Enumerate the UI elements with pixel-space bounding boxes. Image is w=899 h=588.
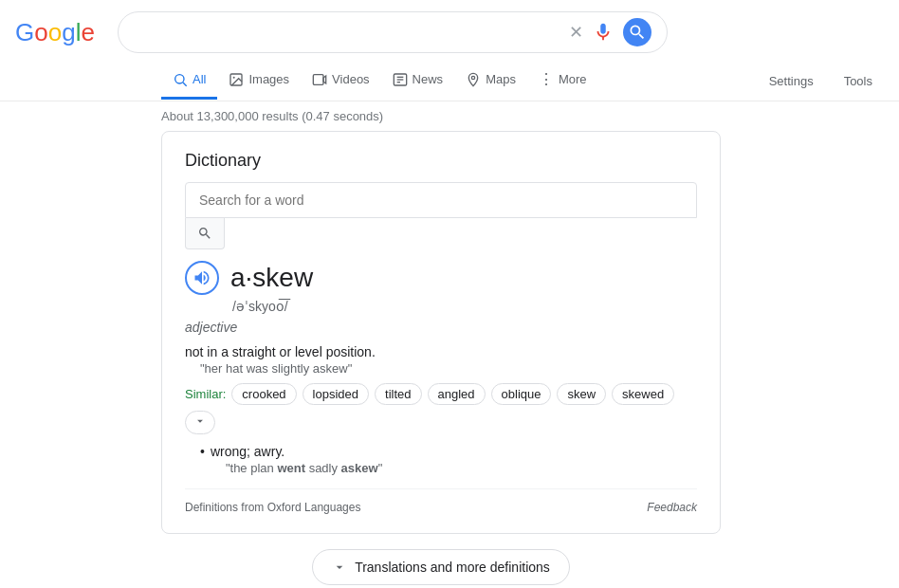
logo-o2: o — [48, 18, 62, 47]
speaker-circle — [185, 261, 219, 295]
logo-o1: o — [34, 18, 47, 47]
news-icon — [393, 72, 408, 87]
dictionary-search-wrap — [185, 182, 697, 249]
nav-item-more[interactable]: ⋮ More — [527, 61, 598, 101]
search-icons: ✕ — [569, 18, 651, 46]
search-button[interactable] — [623, 18, 651, 46]
nav-news-label: News — [413, 72, 444, 86]
svg-rect-4 — [313, 74, 323, 84]
expand-similar-button[interactable] — [185, 411, 215, 434]
def-main-text-2: wrong; awry. — [211, 444, 284, 459]
bold-went: went — [277, 461, 305, 475]
def-text-2: wrong; awry. — [211, 444, 382, 459]
chevron-down-translations-icon — [332, 560, 347, 575]
feedback-link[interactable]: Feedback — [647, 501, 697, 514]
nav-item-all[interactable]: All — [161, 63, 217, 100]
similar-tag-angled[interactable]: angled — [428, 383, 486, 405]
dictionary-footer: Definitions from Oxford Languages Feedba… — [185, 488, 697, 514]
bullet-dot: • — [200, 444, 205, 459]
dictionary-search-button[interactable] — [185, 218, 225, 249]
results-info: About 13,300,000 results (0.47 seconds) — [0, 101, 899, 131]
nav-item-maps[interactable]: Maps — [454, 63, 527, 100]
bullet-item-2: • wrong; awry. "the plan went sadly aske… — [200, 444, 697, 475]
svg-point-3 — [233, 76, 235, 78]
clear-icon[interactable]: ✕ — [569, 22, 583, 43]
word-text: a·skew — [230, 263, 313, 293]
nav-item-images[interactable]: Images — [217, 63, 301, 100]
more-dots-icon: ⋮ — [539, 70, 554, 88]
header: Google askew ✕ — [0, 0, 899, 53]
nav-bar: All Images Videos News Maps ⋮ More Setti… — [0, 57, 899, 101]
nav-videos-label: Videos — [332, 72, 370, 86]
definition-2: • wrong; awry. "the plan went sadly aske… — [185, 444, 697, 475]
search-lens-icon — [628, 23, 647, 42]
phonetic: /əˈskyoo͞/ — [232, 299, 697, 314]
logo-g: G — [15, 18, 34, 47]
mic-icon[interactable] — [593, 22, 614, 43]
logo-e: e — [81, 18, 94, 47]
tools-button[interactable]: Tools — [833, 66, 884, 96]
def-example-1: "her hat was slightly askew" — [200, 361, 697, 376]
logo-g2: g — [62, 18, 75, 47]
nav-maps-label: Maps — [486, 72, 516, 86]
translations-wrap: Translations and more definitions — [161, 549, 721, 585]
dictionary-search-input[interactable] — [185, 182, 697, 218]
dict-search-icon — [197, 226, 212, 241]
def-main-text-1: not in a straight or level position. — [185, 344, 376, 359]
def-item-1: not in a straight or level position. "he… — [185, 344, 697, 376]
svg-point-10 — [471, 76, 474, 79]
similar-tag-tilted[interactable]: tilted — [375, 383, 421, 405]
speaker-button[interactable] — [185, 261, 219, 295]
svg-marker-5 — [323, 76, 326, 83]
bold-askew: askew — [341, 461, 378, 475]
nav-all-label: All — [193, 72, 206, 86]
search-input[interactable]: askew — [134, 24, 561, 41]
svg-point-0 — [175, 74, 184, 83]
source-text: Definitions from Oxford Languages — [185, 501, 360, 514]
similar-tag-lopsided[interactable]: lopsided — [303, 383, 369, 405]
word-header: a·skew — [185, 261, 697, 295]
definition-1: not in a straight or level position. "he… — [185, 344, 697, 434]
dictionary-card: Dictionary a·skew /əˈskyoo͞/ adjective — [161, 131, 721, 534]
maps-icon — [466, 72, 481, 87]
dictionary-title: Dictionary — [185, 151, 697, 171]
similar-row: Similar: crooked lopsided tilted angled … — [185, 383, 697, 434]
main-content: Dictionary a·skew /əˈskyoo͞/ adjective — [0, 131, 899, 588]
similar-tag-crooked[interactable]: crooked — [231, 383, 296, 405]
similar-tag-oblique[interactable]: oblique — [491, 383, 552, 405]
def-example-2: "the plan went sadly askew" — [226, 461, 382, 475]
all-icon — [173, 72, 188, 87]
similar-tag-skewed[interactable]: skewed — [612, 383, 674, 405]
nav-item-videos[interactable]: Videos — [301, 63, 381, 100]
similar-tag-skew[interactable]: skew — [557, 383, 606, 405]
translations-label: Translations and more definitions — [355, 560, 550, 575]
results-count: About 13,300,000 results (0.47 seconds) — [161, 109, 383, 123]
images-icon — [229, 72, 244, 87]
part-of-speech: adjective — [185, 320, 697, 335]
nav-images-label: Images — [248, 72, 289, 86]
chevron-down-icon — [193, 414, 207, 428]
nav-right: Settings Tools — [758, 66, 899, 96]
svg-line-1 — [183, 83, 187, 86]
search-bar: askew ✕ — [118, 11, 668, 53]
def-content-2: wrong; awry. "the plan went sadly askew" — [211, 444, 382, 475]
nav-more-label: More — [559, 72, 587, 86]
def-text-1: not in a straight or level position. — [185, 344, 697, 359]
videos-icon — [312, 72, 327, 87]
speaker-icon — [193, 268, 211, 287]
translations-button[interactable]: Translations and more definitions — [312, 549, 570, 585]
google-logo[interactable]: Google — [15, 18, 95, 47]
similar-label: Similar: — [185, 387, 226, 401]
nav-item-news[interactable]: News — [381, 63, 455, 100]
settings-button[interactable]: Settings — [758, 66, 825, 96]
